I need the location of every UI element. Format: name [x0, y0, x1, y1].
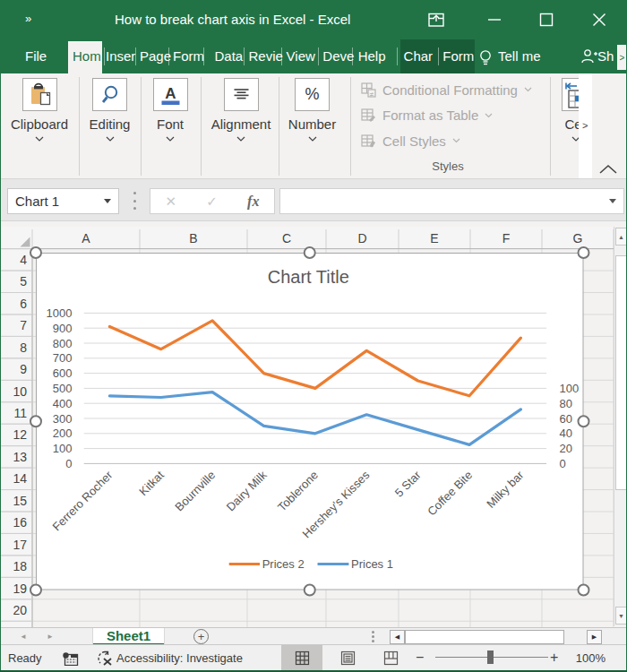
legend-label[interactable]: Prices 2 [262, 557, 305, 571]
row-header-12[interactable]: 12 [13, 427, 27, 442]
zoom-slider-thumb[interactable] [487, 650, 494, 664]
selection-handle[interactable] [305, 585, 315, 596]
zoom-level[interactable]: 100% [570, 645, 606, 671]
formula-bar: Chart 1 ✕ ✓ fx [0, 179, 627, 221]
zoom-out-button[interactable]: − [416, 645, 424, 671]
selection-handle[interactable] [30, 416, 41, 426]
selection-handle[interactable] [305, 247, 315, 258]
column-header-C[interactable]: C [282, 231, 291, 246]
contextual-tab-char-0[interactable]: Char [404, 39, 434, 73]
tab-separator [135, 47, 136, 65]
row-header-10[interactable]: 10 [13, 384, 27, 399]
left-axis-label: 300 [53, 412, 73, 426]
maximize-button[interactable] [526, 0, 567, 39]
tell-me-lightbulb-icon [477, 48, 494, 67]
number-group-button[interactable]: % [295, 78, 330, 111]
paste-clipboard-icon [23, 79, 56, 110]
row-header-19[interactable]: 19 [13, 582, 27, 596]
tab-form[interactable]: Form [173, 39, 204, 73]
enter-button[interactable]: ✓ [206, 194, 218, 210]
scroll-left-button[interactable]: ◀ [390, 630, 405, 644]
quick-access-toolbar-icon[interactable]: » [25, 12, 32, 25]
formula-bar-expand-icon[interactable] [609, 199, 616, 203]
name-box[interactable]: Chart 1 [7, 188, 119, 214]
new-sheet-button[interactable]: + [193, 629, 209, 644]
minimize-button[interactable] [474, 0, 515, 39]
column-header-G[interactable]: G [573, 231, 583, 246]
collapse-ribbon-icon[interactable] [597, 163, 619, 176]
font-group-button[interactable]: A [153, 78, 188, 111]
window-title: How to break chart axis in Excel - Excel [115, 0, 350, 39]
row-header-7[interactable]: 7 [20, 318, 27, 332]
selection-handle[interactable] [579, 416, 589, 426]
tab-data[interactable]: Data [215, 39, 244, 73]
row-header-20[interactable]: 20 [13, 603, 27, 617]
sheet-nav-left-icon[interactable]: ◄ [20, 633, 27, 641]
formula-input[interactable] [279, 188, 624, 214]
column-header-row[interactable] [0, 227, 614, 249]
macro-record-icon[interactable] [63, 652, 79, 666]
cell-styles-button[interactable]: Cell Styles [361, 132, 460, 150]
tab-revie[interactable]: Revie [249, 39, 283, 73]
row-header-6[interactable]: 6 [20, 297, 27, 311]
vertical-scrollbar[interactable]: ▲ ▼ [614, 227, 627, 626]
horizontal-scrollbar-thumb[interactable] [405, 630, 564, 644]
contextual-tab-form-1[interactable]: Form [442, 39, 474, 73]
tab-inser[interactable]: Inser [106, 39, 135, 73]
editing-group-button[interactable] [92, 78, 127, 111]
tab-share[interactable]: Sh [597, 39, 614, 73]
chart[interactable]: Chart Title01002003004005006007008009001… [36, 253, 584, 590]
alignment-group-button[interactable] [224, 78, 259, 111]
page-layout-view-icon[interactable] [340, 650, 356, 666]
tab-bar-drag-handle[interactable] [372, 631, 375, 642]
close-button[interactable] [579, 0, 620, 39]
accessibility-status[interactable]: Accessibility: Investigate [116, 645, 243, 671]
tab-hom[interactable]: Hom [73, 39, 101, 73]
row-header-8[interactable]: 8 [20, 340, 27, 355]
tab-page[interactable]: Page [140, 39, 171, 73]
formula-bar-drag-handle[interactable] [133, 192, 137, 210]
column-header-E[interactable]: E [430, 231, 438, 246]
close-icon [592, 13, 606, 27]
page-break-preview-icon[interactable] [383, 650, 399, 666]
tab-file[interactable]: File [25, 39, 47, 73]
column-header-B[interactable]: B [189, 231, 197, 246]
tab-tell-me[interactable]: Tell me [498, 39, 541, 73]
sheet-nav-right-icon[interactable]: ► [47, 633, 54, 641]
conditional-formatting-button[interactable]: ≠ Conditional Formatting [361, 81, 532, 99]
tab-view[interactable]: View [287, 39, 315, 73]
tab-deve[interactable]: Deve [322, 39, 354, 73]
row-header-17[interactable]: 17 [13, 538, 27, 552]
scroll-right-button[interactable]: ▶ [587, 630, 602, 644]
group-separator [141, 77, 142, 176]
selection-handle[interactable] [579, 585, 589, 596]
chart-title[interactable]: Chart Title [268, 267, 349, 287]
selection-handle[interactable] [579, 247, 589, 258]
tab-help[interactable]: Help [358, 39, 386, 73]
row-header-15[interactable]: 15 [13, 494, 27, 508]
clipboard-group-button[interactable] [22, 78, 57, 111]
row-header-5[interactable]: 5 [20, 274, 27, 289]
group-separator [79, 77, 80, 176]
row-header-18[interactable]: 18 [13, 559, 27, 573]
cancel-button[interactable]: ✕ [166, 194, 177, 210]
row-header-16[interactable]: 16 [13, 515, 27, 530]
accessibility-checker-icon[interactable] [97, 650, 115, 667]
zoom-in-button[interactable]: + [550, 645, 558, 671]
format-as-table-button[interactable]: Format as Table [361, 107, 493, 125]
column-header-A[interactable]: A [82, 231, 90, 246]
column-header-F[interactable]: F [502, 231, 511, 246]
selection-handle[interactable] [30, 247, 41, 258]
row-header-13[interactable]: 13 [13, 450, 27, 464]
svg-text:%: % [305, 85, 319, 103]
row-header-11[interactable]: 11 [13, 406, 27, 420]
legend-label[interactable]: Prices 1 [351, 557, 393, 571]
ribbon-display-options-button[interactable] [416, 0, 457, 39]
selection-handle[interactable] [30, 585, 41, 596]
row-header-4[interactable]: 4 [20, 253, 27, 267]
name-box-dropdown-icon[interactable] [104, 199, 111, 203]
row-header-14[interactable]: 14 [13, 471, 27, 486]
row-header-9[interactable]: 9 [20, 362, 27, 376]
insert-function-button[interactable]: fx [247, 194, 259, 210]
column-header-D[interactable]: D [357, 231, 366, 246]
